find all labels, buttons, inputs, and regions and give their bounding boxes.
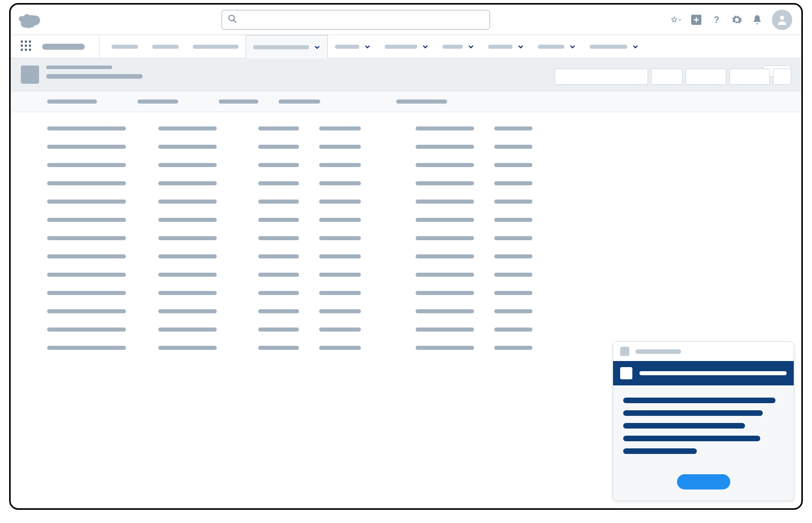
toolbar-button-1[interactable] <box>651 69 683 85</box>
global-actions: ? <box>670 10 792 30</box>
cell <box>494 145 532 149</box>
table-row[interactable] <box>47 163 801 167</box>
table-row[interactable] <box>47 328 801 332</box>
object-title <box>46 74 143 79</box>
table-row[interactable] <box>47 145 801 149</box>
cell <box>47 346 126 350</box>
help-icon[interactable]: ? <box>711 14 722 25</box>
cell <box>158 218 217 222</box>
cell <box>158 273 217 277</box>
app-launcher-icon[interactable] <box>20 40 32 54</box>
page-header <box>11 58 801 91</box>
chevron-down-icon[interactable] <box>632 44 638 50</box>
cell <box>47 309 126 313</box>
table-row[interactable] <box>47 126 801 130</box>
cell <box>494 163 532 167</box>
cell <box>47 328 126 332</box>
cell <box>47 181 126 185</box>
chevron-down-icon[interactable] <box>314 44 320 50</box>
cell <box>416 163 474 167</box>
cell <box>494 254 532 258</box>
column-header-1[interactable] <box>138 100 178 104</box>
column-header-2[interactable] <box>219 100 258 104</box>
toolbar-button-3[interactable] <box>729 69 770 85</box>
table-row[interactable] <box>47 181 801 185</box>
cell <box>47 145 126 149</box>
nav-tab-2[interactable] <box>186 35 246 58</box>
table-row[interactable] <box>47 291 801 295</box>
column-header-3[interactable] <box>279 100 320 104</box>
cell <box>416 200 474 204</box>
cell <box>47 236 126 240</box>
nav-tab-3[interactable] <box>246 35 328 58</box>
chevron-down-icon[interactable] <box>422 44 428 50</box>
cell <box>494 200 532 204</box>
cell <box>416 291 474 295</box>
nav-tab-label <box>193 45 239 49</box>
chevron-down-icon[interactable] <box>364 44 370 50</box>
nav-tab-6[interactable] <box>435 35 481 58</box>
nav-tab-7[interactable] <box>481 35 531 58</box>
cell <box>494 291 532 295</box>
toolbar-button-2[interactable] <box>686 69 726 85</box>
column-header-4[interactable] <box>396 100 447 104</box>
cell <box>158 200 217 204</box>
nav-tab-1[interactable] <box>145 35 186 58</box>
table-row[interactable] <box>47 200 801 204</box>
panel-header[interactable] <box>613 342 794 361</box>
cell <box>416 218 474 222</box>
svg-point-8 <box>21 44 23 47</box>
notifications-bell-icon[interactable] <box>752 14 763 25</box>
panel-body-line <box>623 436 760 441</box>
nav-tab-0[interactable] <box>105 35 145 58</box>
favorite-icon[interactable] <box>670 14 682 25</box>
svg-point-4 <box>780 16 784 20</box>
cell <box>158 126 217 130</box>
add-icon[interactable] <box>691 14 702 25</box>
cell <box>258 218 299 222</box>
table-row[interactable] <box>47 273 801 277</box>
toolbar-button-0[interactable] <box>555 69 648 85</box>
panel-body-line <box>623 410 763 416</box>
chevron-down-icon[interactable] <box>468 44 474 50</box>
table-row[interactable] <box>47 236 801 240</box>
panel-body-line <box>623 423 745 429</box>
nav-tab-8[interactable] <box>531 35 583 58</box>
cell <box>47 273 126 277</box>
svg-point-0 <box>229 15 234 20</box>
cell <box>416 236 474 240</box>
chevron-down-icon[interactable] <box>518 44 524 50</box>
cell <box>258 181 299 185</box>
cell <box>319 163 361 167</box>
global-search-input[interactable] <box>221 10 490 30</box>
toolbar-button-4[interactable] <box>773 69 791 85</box>
nav-tab-5[interactable] <box>378 35 435 58</box>
chevron-down-icon[interactable] <box>569 44 576 50</box>
table-row[interactable] <box>47 309 801 313</box>
table-row[interactable] <box>47 254 801 258</box>
cell <box>494 218 532 222</box>
app-name-label <box>42 44 85 50</box>
svg-point-13 <box>29 48 31 51</box>
cell <box>319 200 361 204</box>
app-launcher-area <box>11 35 99 58</box>
cell <box>158 346 217 350</box>
panel-cta-button[interactable] <box>677 474 730 489</box>
column-header-0[interactable] <box>47 100 97 104</box>
nav-tab-9[interactable] <box>583 35 646 58</box>
settings-gear-icon[interactable] <box>731 14 742 25</box>
search-icon <box>227 14 238 26</box>
panel-banner <box>613 361 794 385</box>
table-row[interactable] <box>47 218 801 222</box>
svg-line-1 <box>234 20 236 22</box>
cell <box>47 163 126 167</box>
nav-tab-4[interactable] <box>328 35 378 58</box>
nav-tab-label <box>335 45 359 49</box>
cell <box>416 145 474 149</box>
docked-panel <box>613 341 794 501</box>
cell <box>258 346 299 350</box>
avatar[interactable] <box>772 10 792 30</box>
cell <box>258 236 299 240</box>
nav-tab-label <box>590 45 627 49</box>
cell <box>416 328 474 332</box>
